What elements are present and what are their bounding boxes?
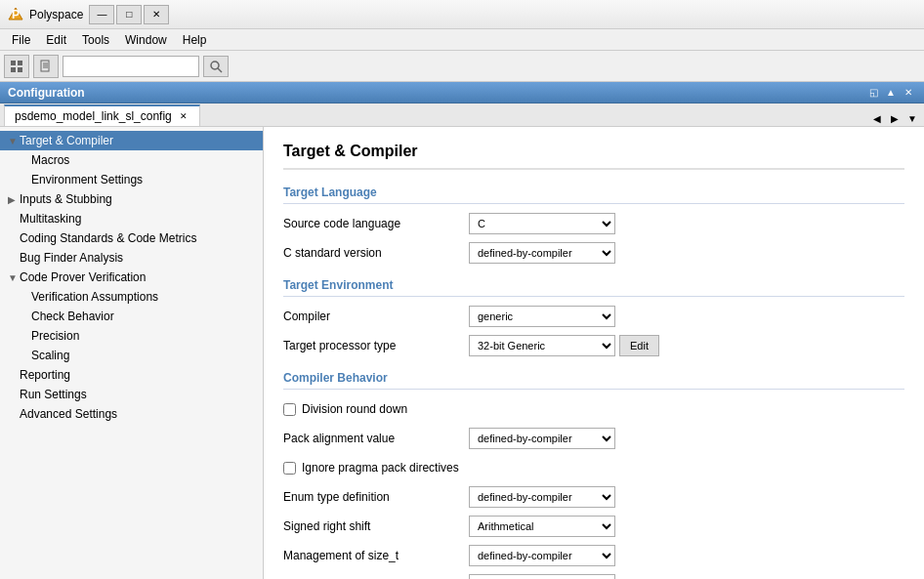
ignore-pragma-label: Ignore pragma pack directives	[302, 461, 459, 475]
svg-line-11	[218, 68, 222, 72]
menu-bar: File Edit Tools Window Help	[0, 29, 924, 51]
ignore-pragma-checkbox[interactable]	[283, 462, 296, 475]
sidebar-item-verification-assumptions[interactable]: Verification Assumptions	[0, 287, 263, 307]
c-standard-label: C standard version	[283, 246, 469, 260]
wchar-t-row: Management of wchar_t defined-by-compile…	[283, 573, 904, 579]
division-round-down-row: Division round down	[283, 397, 904, 421]
config-close-btn[interactable]: ✕	[901, 85, 916, 101]
svg-rect-4	[11, 67, 16, 72]
tree-label: Coding Standards & Code Metrics	[20, 231, 196, 245]
doc-icon	[39, 60, 53, 73]
sidebar-item-reporting[interactable]: Reporting	[0, 365, 263, 385]
processor-type-label: Target processor type	[283, 339, 469, 352]
sidebar-item-run-settings[interactable]: Run Settings	[0, 385, 263, 404]
svg-rect-2	[11, 61, 16, 65]
tree-label: Multitasking	[20, 212, 81, 226]
polyspace-logo: P	[8, 7, 23, 22]
tab-nav-menu[interactable]: ▼	[904, 110, 920, 126]
enum-type-label: Enum type definition	[283, 490, 469, 504]
pack-alignment-control: defined-by-compiler 1 2 4 8	[469, 428, 615, 449]
tab-label: psdemo_model_link_sl_config	[15, 109, 172, 123]
section-target-environment: Target Environment	[283, 278, 904, 297]
menu-file[interactable]: File	[4, 31, 38, 49]
size-t-control: defined-by-compiler unsigned-int unsigne…	[469, 545, 615, 566]
enum-type-control: defined-by-compiler int smallest-unsigne…	[469, 486, 615, 508]
processor-type-control: 32-bit Generic 16-bit Generic 64-bit Gen…	[469, 335, 659, 356]
sidebar-item-macros[interactable]: Macros	[0, 150, 263, 170]
toolbar	[0, 51, 924, 82]
toolbar-btn-2[interactable]	[33, 55, 59, 78]
sidebar-item-advanced-settings[interactable]: Advanced Settings	[0, 404, 263, 424]
title-bar-controls: — □ ✕	[89, 5, 169, 24]
tree-label: Reporting	[20, 368, 70, 382]
division-round-down-checkbox[interactable]	[283, 403, 296, 416]
maximize-button[interactable]: □	[116, 5, 142, 24]
search-button[interactable]	[203, 56, 229, 77]
tab-close-icon[interactable]: ✕	[178, 110, 189, 122]
signed-right-shift-row: Signed right shift Arithmetical Logical	[283, 515, 904, 538]
size-t-row: Management of size_t defined-by-compiler…	[283, 544, 904, 567]
tree-label: Scaling	[31, 349, 69, 362]
sidebar-item-inputs-stubbing[interactable]: ▶ Inputs & Stubbing	[0, 189, 263, 209]
pack-alignment-select[interactable]: defined-by-compiler 1 2 4 8	[469, 428, 615, 449]
signed-right-shift-select[interactable]: Arithmetical Logical	[469, 516, 615, 537]
size-t-select[interactable]: defined-by-compiler unsigned-int unsigne…	[469, 545, 615, 566]
title-bar: P Polyspace — □ ✕	[0, 0, 924, 29]
c-standard-row: C standard version defined-by-compiler C…	[283, 241, 904, 265]
minimize-button[interactable]: —	[89, 5, 114, 24]
source-language-control: C C++ C/C++	[469, 213, 615, 234]
sidebar-item-environment-settings[interactable]: Environment Settings	[0, 170, 263, 189]
svg-text:P: P	[12, 8, 20, 21]
menu-window[interactable]: Window	[117, 31, 175, 49]
tree-label: Macros	[31, 153, 69, 167]
menu-edit[interactable]: Edit	[38, 31, 74, 49]
processor-type-select[interactable]: 32-bit Generic 16-bit Generic 64-bit Gen…	[469, 335, 615, 356]
sidebar-item-bug-finder[interactable]: Bug Finder Analysis	[0, 248, 263, 268]
size-t-label: Management of size_t	[283, 549, 469, 562]
main-content: ▼ Target & Compiler Macros Environment S…	[0, 127, 924, 579]
c-standard-control: defined-by-compiler C90 C99 C11	[469, 242, 615, 264]
enum-type-select[interactable]: defined-by-compiler int smallest-unsigne…	[469, 486, 615, 508]
tree-label: Verification Assumptions	[31, 290, 158, 304]
sidebar-item-multitasking[interactable]: Multitasking	[0, 209, 263, 228]
compiler-control: generic gnu4.9 visual12.0	[469, 306, 615, 327]
sidebar-item-coding-standards[interactable]: Coding Standards & Code Metrics	[0, 228, 263, 248]
search-icon	[209, 60, 223, 73]
svg-point-10	[211, 62, 219, 69]
processor-edit-button[interactable]: Edit	[619, 335, 659, 356]
compiler-label: Compiler	[283, 310, 469, 323]
config-restore-btn[interactable]: ◱	[865, 85, 881, 101]
pack-alignment-row: Pack alignment value defined-by-compiler…	[283, 427, 904, 450]
tree-label: Bug Finder Analysis	[20, 251, 123, 265]
tab-nav-next[interactable]: ▶	[887, 110, 903, 126]
ignore-pragma-row: Ignore pragma pack directives	[283, 456, 904, 479]
tree-label: Target & Compiler	[20, 134, 113, 147]
sidebar-item-precision[interactable]: Precision	[0, 326, 263, 346]
sidebar-item-code-prover[interactable]: ▼ Code Prover Verification	[0, 268, 263, 287]
tab-nav-prev[interactable]: ◀	[869, 110, 885, 126]
section-target-language: Target Language	[283, 186, 904, 204]
sidebar: ▼ Target & Compiler Macros Environment S…	[0, 127, 264, 579]
right-panel: Target & Compiler Target Language Source…	[264, 127, 924, 579]
config-header-controls: ◱ ▲ ✕	[865, 85, 916, 101]
sidebar-item-target-compiler[interactable]: ▼ Target & Compiler	[0, 131, 263, 150]
search-input[interactable]	[63, 56, 199, 77]
spacer: ▶	[8, 194, 20, 205]
sidebar-item-check-behavior[interactable]: Check Behavior	[0, 307, 263, 326]
processor-type-row: Target processor type 32-bit Generic 16-…	[283, 334, 904, 357]
config-float-btn[interactable]: ▲	[883, 85, 899, 101]
sidebar-item-scaling[interactable]: Scaling	[0, 346, 263, 365]
c-standard-select[interactable]: defined-by-compiler C90 C99 C11	[469, 242, 615, 264]
toggle-icon: ▼	[8, 136, 20, 146]
tab-row: psdemo_model_link_sl_config ✕ ◀ ▶ ▼	[0, 103, 924, 127]
compiler-select[interactable]: generic gnu4.9 visual12.0	[469, 306, 615, 327]
tab-nav: ◀ ▶ ▼	[869, 110, 920, 126]
wchar-t-control: defined-by-compiler unsigned-int unsigne…	[469, 574, 615, 579]
menu-tools[interactable]: Tools	[74, 31, 117, 49]
menu-help[interactable]: Help	[175, 31, 215, 49]
toolbar-btn-1[interactable]	[4, 55, 29, 78]
source-language-select[interactable]: C C++ C/C++	[469, 213, 615, 234]
close-button[interactable]: ✕	[144, 5, 169, 24]
tab-config[interactable]: psdemo_model_link_sl_config ✕	[4, 104, 200, 126]
wchar-t-select[interactable]: defined-by-compiler unsigned-int unsigne…	[469, 574, 615, 579]
